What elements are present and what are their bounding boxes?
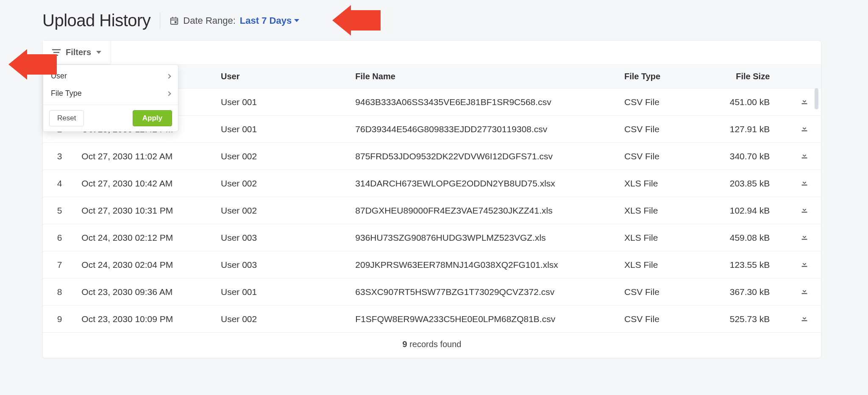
calendar-icon	[170, 16, 179, 25]
cell-filesize: 459.08 kB	[710, 224, 782, 251]
filters-dropdown: User File Type Reset Apply	[43, 64, 178, 132]
date-range-value: Last 7 Days	[240, 15, 299, 26]
record-count-label: records found	[409, 339, 461, 349]
cell-action	[782, 197, 821, 224]
cell-user: User 001	[216, 89, 350, 116]
cell-index: 7	[43, 251, 76, 278]
svg-rect-9	[802, 131, 807, 131]
svg-rect-14	[802, 266, 807, 267]
divider	[160, 12, 160, 29]
scrollbar-thumb[interactable]	[815, 88, 818, 109]
page-header: Upload History Date Range: Last 7 Days	[42, 8, 821, 40]
table-row: 8Oct 23, 2030 09:36 AMUser 00163SXC907RT…	[43, 278, 821, 306]
cell-filetype: XLS File	[619, 224, 710, 251]
chevron-right-icon	[166, 91, 171, 96]
filter-option-file-type[interactable]: File Type	[43, 85, 178, 102]
cell-filetype: XLS File	[619, 170, 710, 197]
cell-user: User 003	[216, 224, 350, 251]
page-title: Upload History	[42, 11, 150, 30]
download-icon[interactable]	[800, 232, 809, 241]
cell-filesize: 123.55 kB	[710, 251, 782, 278]
download-icon[interactable]	[800, 205, 809, 214]
table-footer: 9 records found	[43, 332, 821, 358]
download-icon[interactable]	[800, 123, 809, 133]
cell-filesize: 367.30 kB	[710, 278, 782, 306]
cell-filetype: XLS File	[619, 251, 710, 278]
cell-index: 6	[43, 224, 76, 251]
cell-filename: 875FRD53JDO9532DK22VDVW6I12DGFS71.csv	[350, 143, 619, 170]
cell-date: Oct 24, 2030 02:04 PM	[76, 251, 216, 278]
filter-option-label: File Type	[51, 89, 82, 98]
col-header-filename[interactable]: File Name	[350, 65, 619, 89]
svg-rect-4	[175, 21, 177, 23]
cell-index: 8	[43, 278, 76, 306]
cell-date: Oct 27, 2030 10:42 AM	[76, 170, 216, 197]
cell-filename: 87DGXHEU89000FR4EZ3VAE745230JKZZ41.xls	[350, 197, 619, 224]
filters-label: Filters	[66, 47, 91, 57]
cell-action	[782, 224, 821, 251]
svg-rect-15	[802, 293, 807, 294]
date-range-label: Date Range:	[183, 15, 236, 26]
cell-action	[782, 116, 821, 143]
cell-filetype: CSV File	[619, 278, 710, 306]
upload-history-card: Filters User File Type Reset Apply	[42, 40, 821, 358]
cell-user: User 002	[216, 143, 350, 170]
record-count: 9	[403, 339, 407, 349]
svg-rect-11	[802, 185, 807, 186]
table-row: 4Oct 27, 2030 10:42 AMUser 002314DARCH67…	[43, 170, 821, 197]
col-header-action	[782, 65, 821, 89]
cell-filetype: CSV File	[619, 116, 710, 143]
cell-filesize: 451.00 kB	[710, 89, 782, 116]
table-row: 6Oct 24, 2030 02:12 PMUser 003936HU73SZG…	[43, 224, 821, 251]
download-icon[interactable]	[800, 178, 809, 187]
col-header-filesize[interactable]: File Size	[710, 65, 782, 89]
cell-filesize: 127.91 kB	[710, 116, 782, 143]
cell-filename: 76D39344E546G809833EJDD27730119308.csv	[350, 116, 619, 143]
cell-filesize: 340.70 kB	[710, 143, 782, 170]
col-header-user[interactable]: User	[216, 65, 350, 89]
cell-index: 9	[43, 306, 76, 333]
svg-rect-10	[802, 158, 807, 159]
date-range-selector[interactable]: Date Range: Last 7 Days	[170, 15, 299, 26]
download-icon[interactable]	[800, 150, 809, 160]
cell-date: Oct 24, 2030 02:12 PM	[76, 224, 216, 251]
download-icon[interactable]	[800, 286, 809, 295]
table-row: 3Oct 27, 2030 11:02 AMUser 002875FRD53JD…	[43, 143, 821, 170]
cell-user: User 002	[216, 306, 350, 333]
cell-index: 5	[43, 197, 76, 224]
cell-user: User 001	[216, 278, 350, 306]
cell-user: User 003	[216, 251, 350, 278]
cell-date: Oct 27, 2030 10:31 PM	[76, 197, 216, 224]
cell-user: User 002	[216, 170, 350, 197]
cell-user: User 001	[216, 116, 350, 143]
col-header-filetype[interactable]: File Type	[619, 65, 710, 89]
cell-action	[782, 251, 821, 278]
cell-filename: 314DARCH673EWLOPGE2ODDN2YB8UD75.xlsx	[350, 170, 619, 197]
table-row: 7Oct 24, 2030 02:04 PMUser 003209JKPRSW6…	[43, 251, 821, 278]
cell-filetype: CSV File	[619, 89, 710, 116]
cell-action	[782, 143, 821, 170]
annotation-arrow-date-range	[332, 5, 381, 36]
annotation-arrow-filters	[8, 49, 57, 80]
download-icon[interactable]	[800, 96, 809, 106]
filter-option-user[interactable]: User	[43, 67, 178, 85]
cell-filesize: 203.85 kB	[710, 170, 782, 197]
cell-action	[782, 170, 821, 197]
chevron-right-icon	[166, 74, 171, 78]
cell-filetype: XLS File	[619, 197, 710, 224]
cell-date: Oct 27, 2030 11:02 AM	[76, 143, 216, 170]
download-icon[interactable]	[800, 259, 809, 268]
svg-rect-16	[802, 320, 807, 321]
table-row: 5Oct 27, 2030 10:31 PMUser 00287DGXHEU89…	[43, 197, 821, 224]
svg-rect-13	[802, 239, 807, 240]
download-icon[interactable]	[800, 313, 809, 323]
cell-filetype: CSV File	[619, 143, 710, 170]
cell-filename: 9463B333A06SS3435VE6EJ81BF1SR9C568.csv	[350, 89, 619, 116]
svg-rect-8	[802, 103, 807, 104]
table-row: 9Oct 23, 2030 10:09 PMUser 002F1SFQW8ER9…	[43, 306, 821, 333]
reset-button[interactable]: Reset	[49, 110, 84, 126]
cell-date: Oct 23, 2030 09:36 AM	[76, 278, 216, 306]
apply-button[interactable]: Apply	[133, 110, 172, 126]
svg-rect-0	[171, 18, 178, 24]
cell-filename: 936HU73SZG90876HUDG3WPLMZ523VGZ.xls	[350, 224, 619, 251]
